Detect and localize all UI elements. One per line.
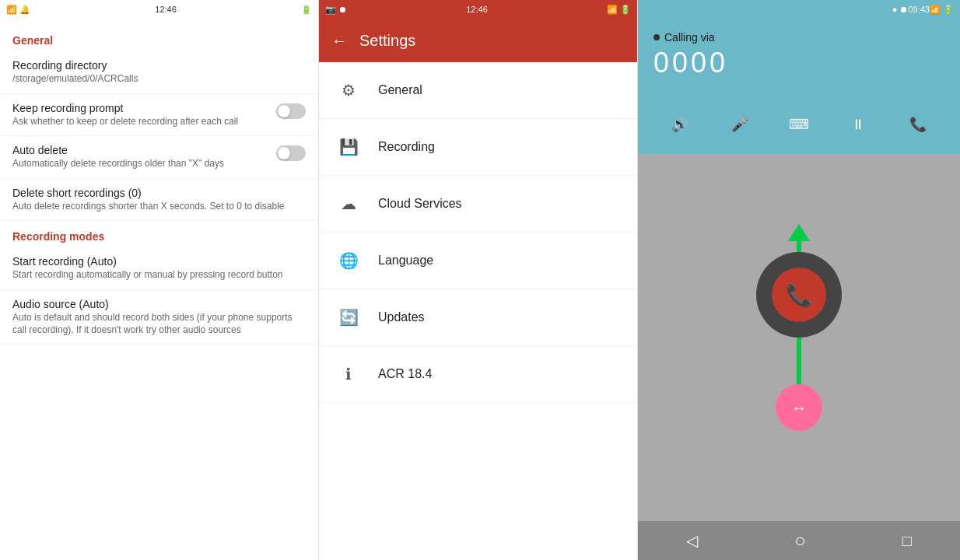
menu-item-language[interactable]: 🌐 Language bbox=[319, 233, 637, 289]
status-right-2: 📶 🔋 bbox=[607, 5, 631, 15]
item-title-auto-delete: Auto delete bbox=[12, 144, 270, 156]
globe-icon: 🌐 bbox=[335, 247, 363, 275]
settings-menu-panel: 📷 ⏺ 12:46 📶 🔋 ← Settings ⚙ General 💾 Rec… bbox=[319, 0, 638, 560]
item-desc-delete-short: Auto delete recordings shorter than X se… bbox=[12, 201, 300, 213]
hold-button[interactable]: ⏸ bbox=[841, 107, 875, 142]
call-info-area: Calling via 0000 bbox=[638, 19, 960, 98]
toolbar-title: Settings bbox=[359, 32, 415, 50]
calling-screen-panel: ● ⏺ 09:43 📶 🔋 Calling via 0000 🔊 🎤 ⌨ ⏸ 📞… bbox=[638, 0, 960, 560]
settings-item-delete-short[interactable]: Delete short recordings (0) Auto delete … bbox=[0, 179, 318, 222]
settings-item-auto-delete[interactable]: Auto delete Automatically delete recordi… bbox=[0, 136, 318, 179]
settings-item-keep-prompt[interactable]: Keep recording prompt Ask whether to kee… bbox=[0, 94, 318, 137]
status-right-3: 📶 🔋 bbox=[930, 5, 954, 15]
status-time-1: 12:46 bbox=[155, 5, 177, 14]
calling-via-dot bbox=[653, 34, 660, 40]
menu-label-acr: ACR 18.4 bbox=[378, 367, 432, 381]
status-bar-1: 📶 🔔 12:46 🔋 bbox=[0, 0, 318, 19]
settings-detail-panel: 📶 🔔 12:46 🔋 General Recording directory … bbox=[0, 0, 319, 560]
status-time-2: 12:46 bbox=[466, 5, 488, 14]
menu-item-recording[interactable]: 💾 Recording bbox=[319, 119, 637, 176]
item-title-keep-prompt: Keep recording prompt bbox=[12, 102, 270, 114]
item-desc-audio-src: Auto is default and should record both s… bbox=[12, 312, 300, 336]
menu-item-cloud-services[interactable]: ☁ Cloud Services bbox=[319, 176, 637, 233]
item-title-start-rec: Start recording (Auto) bbox=[12, 255, 300, 268]
record-button-inner: 📞 bbox=[772, 268, 826, 322]
item-title-delete-short: Delete short recordings (0) bbox=[12, 187, 300, 199]
cloud-icon: ☁ bbox=[335, 190, 363, 218]
arrow-head-up bbox=[788, 224, 810, 241]
item-desc-start-rec: Start recording automatically or manual … bbox=[12, 269, 300, 282]
swipe-button[interactable]: ↔ bbox=[776, 384, 822, 431]
section-header-recording-modes: Recording modes bbox=[0, 221, 318, 247]
settings-item-audio-source[interactable]: Audio source (Auto) Auto is default and … bbox=[0, 290, 318, 345]
recording-icon: 💾 bbox=[335, 133, 363, 161]
arrow-lower bbox=[797, 338, 801, 384]
home-nav-button[interactable]: ○ bbox=[794, 530, 806, 551]
status-left-icons: 📶 🔔 bbox=[6, 5, 30, 15]
status-left-3: ● ⏺ bbox=[892, 5, 909, 14]
menu-label-recording: Recording bbox=[378, 140, 435, 154]
gear-icon: ⚙ bbox=[335, 76, 363, 104]
keypad-button[interactable]: ⌨ bbox=[782, 107, 816, 142]
back-button[interactable]: ← bbox=[331, 32, 347, 50]
menu-item-general[interactable]: ⚙ General bbox=[319, 62, 637, 119]
menu-label-cloud: Cloud Services bbox=[378, 197, 462, 211]
back-nav-button[interactable]: ◁ bbox=[686, 531, 698, 550]
settings-toolbar: ← Settings bbox=[319, 19, 637, 62]
settings-item-recording-dir[interactable]: Recording directory /storage/emulated/0/… bbox=[0, 51, 318, 94]
mute-button[interactable]: 🎤 bbox=[723, 107, 757, 142]
item-desc-auto-delete: Automatically delete recordings older th… bbox=[12, 158, 270, 170]
add-call-button[interactable]: 📞 bbox=[901, 107, 935, 142]
recents-nav-button[interactable]: □ bbox=[902, 532, 912, 550]
status-left-2: 📷 ⏺ bbox=[325, 5, 347, 15]
swipe-icon: ↔ bbox=[791, 399, 807, 417]
item-desc-keep-prompt: Ask whether to keep or delete recording … bbox=[12, 116, 270, 128]
update-icon: 🔄 bbox=[335, 303, 363, 331]
menu-label-general: General bbox=[378, 83, 422, 97]
settings-item-start-recording[interactable]: Start recording (Auto) Start recording a… bbox=[0, 247, 318, 290]
status-battery-1: 🔋 bbox=[301, 5, 312, 15]
toggle-keep-prompt[interactable] bbox=[276, 103, 306, 119]
nav-bar: ◁ ○ □ bbox=[638, 521, 960, 560]
item-title-rec-dir: Recording directory bbox=[12, 59, 300, 72]
call-main-area: 📞 ↔ bbox=[638, 154, 960, 521]
call-number: 0000 bbox=[653, 47, 944, 79]
menu-label-language: Language bbox=[378, 254, 433, 268]
record-button-outer[interactable]: 📞 bbox=[756, 252, 842, 338]
call-controls-bar: 🔊 🎤 ⌨ ⏸ 📞 bbox=[638, 98, 960, 154]
menu-item-updates[interactable]: 🔄 Updates bbox=[319, 289, 637, 346]
item-desc-rec-dir: /storage/emulated/0/ACRCalls bbox=[12, 73, 300, 86]
speaker-button[interactable]: 🔊 bbox=[663, 107, 697, 142]
toggle-auto-delete[interactable] bbox=[276, 145, 306, 161]
calling-via-label: Calling via bbox=[653, 31, 944, 44]
status-bar-3: ● ⏺ 09:43 📶 🔋 bbox=[638, 0, 960, 19]
settings-menu-list: ⚙ General 💾 Recording ☁ Cloud Services 🌐… bbox=[319, 62, 637, 403]
status-time-3: 09:43 bbox=[908, 5, 930, 14]
phone-icon: 📞 bbox=[786, 282, 813, 308]
item-title-audio-src: Audio source (Auto) bbox=[12, 298, 300, 310]
menu-item-acr-version[interactable]: ℹ ACR 18.4 bbox=[319, 346, 637, 403]
section-header-general: General bbox=[0, 25, 318, 51]
info-icon: ℹ bbox=[335, 360, 363, 388]
menu-label-updates: Updates bbox=[378, 310, 425, 324]
status-bar-2: 📷 ⏺ 12:46 📶 🔋 bbox=[319, 0, 637, 19]
settings-detail-content: General Recording directory /storage/emu… bbox=[0, 19, 318, 560]
